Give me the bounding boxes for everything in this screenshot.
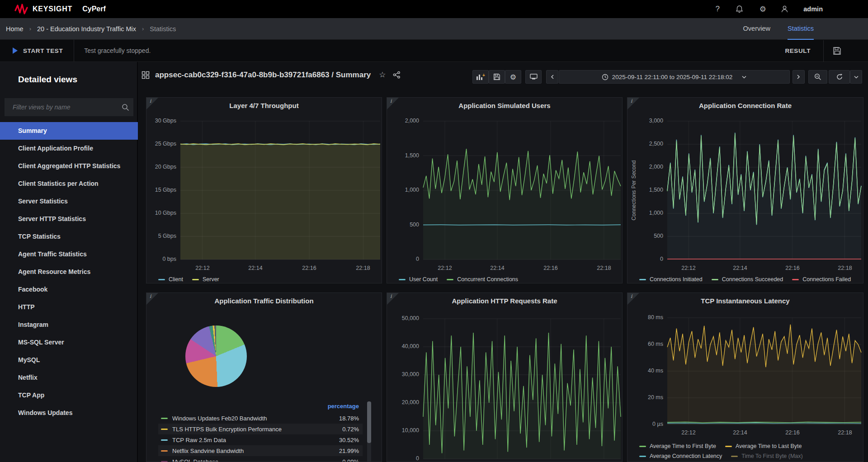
chart-plot[interactable] — [180, 121, 380, 259]
pie-legend-label: Netflix Sandvine Bandwidth — [172, 448, 331, 454]
brand-keysight: KEYSIGHT — [33, 5, 72, 13]
y-axis-tick: 1,000 — [387, 187, 419, 193]
sidebar-item-server-http-statistics[interactable]: Server HTTP Statistics — [0, 210, 138, 228]
chart-legend: ClientServer — [158, 276, 219, 283]
time-shift-back-button[interactable] — [546, 70, 558, 84]
scrollbar-thumb[interactable] — [367, 401, 371, 443]
legend-item[interactable]: Connections Failed — [792, 276, 851, 283]
legend-item[interactable]: Average Time to First Byte — [639, 443, 716, 449]
legend-item[interactable]: Connections Initiated — [639, 276, 703, 283]
sidebar-item-agent-resource-metrics[interactable]: Agent Resource Metrics — [0, 263, 138, 281]
sidebar-item-server-statistics[interactable]: Server Statistics — [0, 193, 138, 210]
legend-swatch — [725, 446, 732, 447]
user-icon[interactable] — [781, 5, 790, 13]
sidebar-item-agent-traffic-statistics[interactable]: Agent Traffic Statistics — [0, 245, 138, 263]
sidebar-item-mysql[interactable]: MySQL — [0, 351, 138, 369]
pie-legend-column-header[interactable]: percentage — [158, 403, 363, 410]
legend-label: Concurrent Connections — [457, 276, 518, 283]
y-axis-tick: 30 Gbps — [146, 118, 176, 124]
pie-legend-row[interactable]: MySQL Database0.09% — [158, 456, 363, 462]
help-icon[interactable]: ? — [713, 5, 722, 14]
chart-plot[interactable] — [423, 319, 621, 459]
legend-label: Time To First Byte (Max) — [741, 453, 802, 459]
legend-label: Server — [203, 276, 219, 283]
y-axis-tick: 2,000 — [387, 118, 419, 124]
legend-swatch — [158, 279, 165, 280]
sidebar-item-facebook[interactable]: Facebook — [0, 281, 138, 298]
sidebar-item-client-aggregated-http-statistics[interactable]: Client Aggregated HTTP Statistics — [0, 157, 138, 175]
chart-legend: Connections InitiatedConnections Succeed… — [639, 276, 851, 283]
pie-legend-value: 0.72% — [331, 426, 363, 433]
filter-views-input[interactable] — [5, 104, 117, 111]
y-axis-tick: 500 — [387, 222, 419, 228]
refresh-button[interactable] — [829, 70, 850, 84]
legend-item[interactable]: Average Connection Latency — [639, 453, 722, 459]
zoom-out-button[interactable] — [808, 70, 827, 84]
kiosk-monitor-icon[interactable] — [525, 70, 542, 84]
breadcrumb-test-name[interactable]: 20 - Education Industry Traffic Mix — [37, 25, 136, 33]
sidebar-item-tcp-statistics[interactable]: TCP Statistics — [0, 228, 138, 245]
legend-swatch — [161, 439, 168, 441]
chart-plot[interactable] — [667, 121, 861, 259]
filter-views-field[interactable] — [5, 98, 133, 116]
breadcrumb-home[interactable]: Home — [6, 25, 24, 33]
legend-item[interactable]: User Count — [399, 276, 438, 283]
x-axis-tick: 22:14 — [490, 265, 504, 271]
x-axis-tick: 22:16 — [302, 265, 316, 271]
panel-title: Application HTTP Requests Rate — [387, 297, 622, 305]
legend-swatch — [731, 456, 738, 457]
legend-item[interactable]: Average Time to Last Byte — [725, 443, 802, 449]
sidebar-item-client-application-profile[interactable]: Client Application Profile — [0, 140, 138, 157]
sidebar-item-ms-sql-server[interactable]: MS-SQL Server — [0, 334, 138, 351]
sidebar-item-tcp-app[interactable]: TCP App — [0, 387, 138, 404]
keysight-logo-icon — [14, 3, 28, 15]
chart-plot[interactable] — [423, 121, 621, 259]
time-range-picker[interactable]: 2025-09-11 22:11:00 to 2025-09-11 22:18:… — [559, 70, 790, 84]
save-dashboard-button[interactable] — [489, 70, 505, 84]
username-label[interactable]: admin — [803, 5, 823, 13]
legend-item[interactable]: Time To First Byte (Max) — [731, 453, 802, 459]
dashboard-grid-icon[interactable] — [142, 71, 150, 79]
legend-item[interactable]: Server — [192, 276, 219, 283]
star-icon[interactable]: ☆ — [379, 70, 386, 80]
sidebar-item-instagram[interactable]: Instagram — [0, 316, 138, 334]
tab-overview[interactable]: Overview — [743, 18, 770, 40]
legend-item[interactable]: Client — [158, 276, 183, 283]
chart-plot[interactable] — [667, 318, 861, 424]
breadcrumb: Home › 20 - Education Industry Traffic M… — [0, 25, 176, 33]
pie-legend-row[interactable]: TCP Raw 2.5m Data30.52% — [158, 434, 363, 445]
notifications-bell-icon[interactable] — [736, 5, 745, 13]
pie-legend-row[interactable]: Netflix Sandvine Bandwidth21.99% — [158, 445, 363, 456]
time-shift-forward-button[interactable] — [793, 70, 805, 84]
y-axis-tick: 20,000 — [387, 399, 419, 405]
save-result-button[interactable] — [824, 47, 868, 55]
sidebar-item-netflix[interactable]: Netflix — [0, 369, 138, 387]
start-test-button[interactable]: START TEST — [0, 47, 63, 54]
x-axis-tick: 22:14 — [248, 265, 262, 271]
dashboard: appsec-cab0c329-f316-47a0-8b9b-b39721fa6… — [138, 62, 868, 462]
panel-application-connection-rate: i Application Connection Rate 3,0002,500… — [627, 97, 863, 283]
panel-settings-gear-icon[interactable]: ⚙ — [505, 70, 521, 84]
search-icon — [117, 104, 133, 111]
pie-chart[interactable] — [185, 325, 247, 387]
sidebar-item-summary[interactable]: Summary — [0, 122, 138, 140]
legend-item[interactable]: Connections Succeeded — [712, 276, 783, 283]
sidebar-item-http[interactable]: HTTP — [0, 298, 138, 316]
pie-legend-row[interactable]: TLS HTTPS Bulk Encryption Performance0.7… — [158, 424, 363, 434]
x-axis-tick: 22:16 — [785, 429, 799, 436]
tab-statistics[interactable]: Statistics — [788, 18, 814, 40]
chevron-right-icon: › — [142, 25, 144, 32]
result-button[interactable]: RESULT — [785, 47, 811, 54]
topbar: KEYSIGHT CyPerf ? ⚙ admin — [0, 0, 868, 18]
sidebar-item-client-statistics-per-action[interactable]: Client Statistics per Action — [0, 175, 138, 193]
settings-gear-icon[interactable]: ⚙ — [758, 5, 767, 14]
add-panel-button[interactable]: + — [472, 70, 489, 84]
legend-item[interactable]: Concurrent Connections — [447, 276, 518, 283]
series-Average Connection Latency — [667, 423, 861, 424]
chevron-right-icon: › — [29, 25, 31, 32]
refresh-interval-dropdown[interactable] — [850, 70, 862, 84]
pie-legend-row[interactable]: Windows Updates Feb20 Bandwidth18.78% — [158, 413, 363, 424]
chevron-down-icon — [741, 75, 747, 79]
share-icon[interactable] — [393, 71, 401, 79]
sidebar-item-windows-updates[interactable]: Windows Updates — [0, 404, 138, 422]
